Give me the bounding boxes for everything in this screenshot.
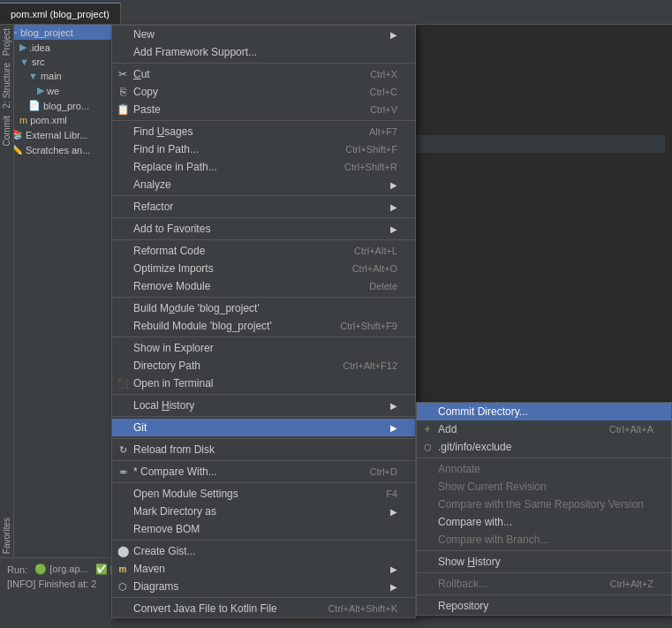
run-label: Run: — [7, 564, 27, 575]
menu-item-git[interactable]: Git ▶ — [112, 419, 415, 436]
menu-item-remove-module[interactable]: Remove Module Delete — [112, 277, 415, 295]
project-panel-tab[interactable]: Project — [1, 25, 12, 59]
menu-item-convert-kotlin[interactable]: Convert Java File to Kotlin File Ctrl+Al… — [112, 600, 415, 617]
menu-item-find-in-path[interactable]: Find in Path... Ctrl+Shift+F — [112, 140, 415, 158]
submenu-arrow: ▶ — [390, 202, 397, 212]
sidebar-item-pomxml[interactable]: m pom.xml — [0, 113, 114, 127]
paste-icon: 📋 — [116, 102, 130, 117]
sidebar-item-external[interactable]: 📚 External Libr... — [0, 127, 114, 142]
menu-item-new[interactable]: New ▶ — [112, 26, 415, 43]
menu-item-maven[interactable]: m Maven ▶ — [112, 560, 415, 578]
menu-item-copy[interactable]: ⎘ Copy Ctrl+C — [112, 83, 415, 101]
xml-icon: m — [19, 115, 27, 125]
separator-3 — [112, 195, 415, 196]
project-sidebar: ▶ blog_project ▶ .idea ▼ src ▼ main ▶ we… — [0, 25, 115, 557]
folder-open-icon: ▼ — [28, 71, 38, 81]
favorites-panel-tab[interactable]: Favorites — [1, 514, 12, 557]
git-sep-2 — [417, 550, 671, 551]
submenu-arrow: ▶ — [390, 582, 397, 592]
menu-item-rebuild-module[interactable]: Rebuild Module 'blog_project' Ctrl+Shift… — [112, 317, 415, 335]
folder-open-icon: ▼ — [19, 57, 29, 67]
tab-bar: pom.xml (blog_project) — [0, 0, 672, 25]
submenu-item-gitinfo[interactable]: ⬡ .git/info/exclude — [417, 438, 671, 456]
submenu-item-commit[interactable]: Commit Directory... — [417, 403, 671, 420]
sidebar-item-blog-project[interactable]: ▶ blog_project — [0, 25, 114, 40]
menu-item-add-framework[interactable]: Add Framework Support... — [112, 43, 415, 61]
git-sep-1 — [417, 458, 671, 458]
menu-item-create-gist[interactable]: ⬤ Create Gist... — [112, 542, 415, 560]
submenu-item-compare-with[interactable]: Compare with... — [417, 513, 671, 531]
menu-item-paste[interactable]: 📋 Paste Ctrl+V — [112, 101, 415, 118]
menu-item-compare[interactable]: ⤄ * Compare With... Ctrl+D — [112, 463, 415, 480]
menu-item-cut[interactable]: ✂ Cut Ctrl+X — [112, 65, 415, 83]
sidebar-item-src[interactable]: ▼ src — [0, 55, 114, 69]
sidebar-item-idea[interactable]: ▶ .idea — [0, 40, 114, 55]
maven-icon: m — [116, 562, 130, 576]
submenu-arrow: ▶ — [390, 507, 397, 517]
menu-item-refactor[interactable]: Refactor ▶ — [112, 198, 415, 216]
menu-item-analyze[interactable]: Analyze ▶ — [112, 176, 415, 193]
menu-item-diagrams[interactable]: ⬡ Diagrams ▶ — [112, 578, 415, 595]
menu-item-mark-directory[interactable]: Mark Directory as ▶ — [112, 503, 415, 520]
tab-pom-xml[interactable]: pom.xml (blog_project) — [0, 3, 121, 24]
submenu-item-annotate: Annotate — [417, 460, 671, 478]
separator-8 — [112, 394, 415, 395]
run-item-1[interactable]: 🟢 [org.ap... — [34, 564, 87, 575]
file-icon: 📄 — [28, 100, 41, 111]
menu-item-reformat[interactable]: Reformat Code Ctrl+Alt+L — [112, 242, 415, 260]
submenu-arrow: ▶ — [390, 564, 397, 574]
submenu-item-repository[interactable]: Repository — [417, 597, 671, 615]
submenu-arrow: ▶ — [390, 423, 397, 433]
separator-9 — [112, 416, 415, 417]
menu-item-remove-bom[interactable]: Remove BOM — [112, 520, 415, 538]
menu-item-show-explorer[interactable]: Show in Explorer — [112, 339, 415, 357]
structure-panel-tab[interactable]: 2: Structure — [1, 59, 12, 112]
submenu-arrow: ▶ — [390, 224, 397, 234]
separator-7 — [112, 337, 415, 337]
submenu-arrow: ▶ — [390, 30, 397, 40]
menu-item-module-settings[interactable]: Open Module Settings F4 — [112, 485, 415, 503]
commit-panel-tab[interactable]: Commit — [1, 112, 12, 149]
submenu-item-show-current: Show Current Revision — [417, 478, 671, 496]
menu-item-directory-path[interactable]: Directory Path Ctrl+Alt+F12 — [112, 357, 415, 375]
git-sep-3 — [417, 572, 671, 573]
context-menu: New ▶ Add Framework Support... ✂ Cut Ctr… — [111, 25, 416, 618]
sidebar-item-main[interactable]: ▼ main — [0, 69, 114, 83]
compare-icon: ⤄ — [116, 465, 130, 479]
separator-5 — [112, 239, 415, 240]
submenu-item-compare-branch: Compare with Branch... — [417, 531, 671, 549]
menu-item-find-usages[interactable]: Find Usages Alt+F7 — [112, 123, 415, 140]
add-icon: + — [420, 422, 434, 436]
submenu-item-rollback: Rollback... Ctrl+Alt+Z — [417, 575, 671, 593]
folder-icon: ▶ — [37, 85, 44, 96]
separator-1 — [112, 63, 415, 64]
sidebar-item-blogpro[interactable]: 📄 blog_pro... — [0, 98, 114, 113]
separator-10 — [112, 438, 415, 439]
sidebar-item-scratches[interactable]: ✏️ Scratches an... — [0, 142, 114, 157]
submenu-item-add[interactable]: + Add Ctrl+Alt+A — [417, 420, 671, 438]
menu-item-local-history[interactable]: Local History ▶ — [112, 397, 415, 414]
submenu-item-show-history[interactable]: Show History — [417, 553, 671, 571]
submenu-arrow: ▶ — [390, 180, 397, 190]
menu-item-optimize-imports[interactable]: Optimize Imports Ctrl+Alt+O — [112, 260, 415, 277]
sidebar-item-we[interactable]: ▶ we — [0, 83, 114, 98]
git-sep-4 — [417, 594, 671, 595]
menu-item-build-module[interactable]: Build Module 'blog_project' — [112, 299, 415, 317]
separator-4 — [112, 217, 415, 218]
menu-item-replace-in-path[interactable]: Replace in Path... Ctrl+Shift+R — [112, 158, 415, 176]
copy-icon: ⎘ — [116, 85, 130, 99]
submenu-arrow: ▶ — [390, 401, 397, 411]
separator-2 — [112, 120, 415, 121]
separator-12 — [112, 482, 415, 483]
menu-item-add-favorites[interactable]: Add to Favorites ▶ — [112, 220, 415, 238]
menu-item-reload[interactable]: ↻ Reload from Disk — [112, 441, 415, 458]
git-submenu: Commit Directory... + Add Ctrl+Alt+A ⬡ .… — [416, 402, 672, 616]
menu-item-open-terminal[interactable]: ⬛ Open in Terminal — [112, 375, 415, 392]
separator-11 — [112, 460, 415, 461]
submenu-item-compare-same-repo: Compare with the Same Repository Version — [417, 496, 671, 513]
reload-icon: ↻ — [116, 443, 130, 457]
gitinfo-icon: ⬡ — [420, 440, 434, 454]
separator-13 — [112, 540, 415, 541]
github-icon: ⬤ — [116, 544, 130, 558]
cut-icon: ✂ — [116, 67, 130, 81]
